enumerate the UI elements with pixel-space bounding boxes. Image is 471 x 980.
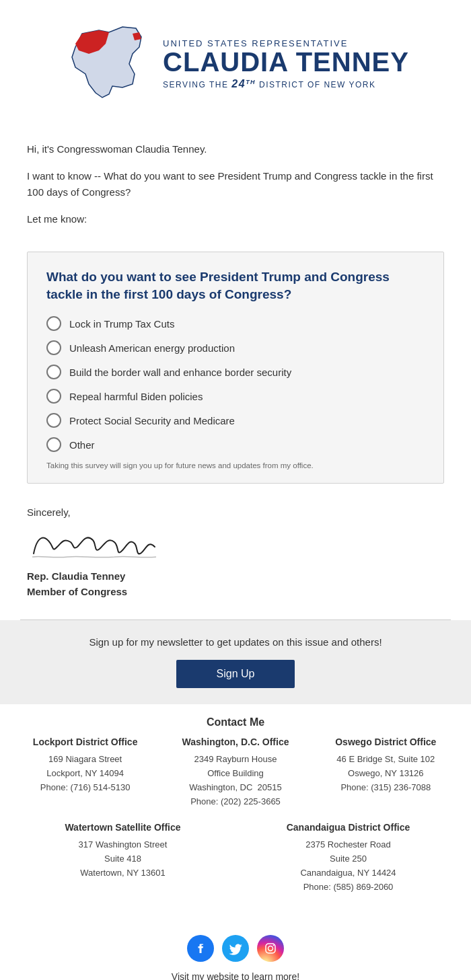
radio-option-5[interactable]: Protect Social Security and Medicare (46, 413, 425, 428)
radio-circle-5[interactable] (46, 413, 61, 428)
offices-row-1: Lockport District Office 169 Niagara Str… (13, 737, 458, 808)
page-header: UNITED STATES REPRESENTATIVE CLAUDIA TEN… (0, 0, 471, 121)
instagram-svg (264, 942, 277, 955)
facebook-icon[interactable] (187, 935, 214, 962)
radio-circle-3[interactable] (46, 365, 61, 379)
office-name-watertown: Watertown Satellite Office (13, 822, 232, 833)
header-text-block: UNITED STATES REPRESENTATIVE CLAUDIA TEN… (163, 38, 409, 90)
office-oswego: Oswego District Office 46 E Bridge St, S… (314, 737, 458, 808)
social-icons (0, 935, 471, 962)
office-lockport: Lockport District Office 169 Niagara Str… (13, 737, 157, 808)
office-canandaigua: Canandaigua District Office 2375 Rochest… (239, 822, 458, 894)
radio-label-4: Repeal harmful Biden policies (69, 391, 203, 402)
radio-circle-1[interactable] (46, 316, 61, 331)
radio-circle-4[interactable] (46, 389, 61, 404)
header-name-first: CLAUDIA (163, 47, 288, 77)
instagram-icon[interactable] (257, 935, 284, 962)
radio-option-1[interactable]: Lock in Trump Tax Cuts (46, 316, 425, 331)
radio-label-2: Unleash American energy production (69, 342, 235, 354)
office-addr-dc: 2349 Rayburn HouseOffice BuildingWashing… (164, 753, 307, 808)
newsletter-section: Sign up for my newsletter to get updates… (0, 620, 471, 704)
office-addr-oswego: 46 E Bridge St, Suite 102Oswego, NY 1312… (314, 753, 458, 794)
twitter-svg (229, 942, 242, 955)
radio-circle-6[interactable] (46, 437, 61, 452)
header-name: CLAUDIA TENNEY (163, 48, 409, 75)
ny-state-logo (62, 20, 156, 108)
footer-visit-text: Visit my website to learn more! (0, 971, 471, 980)
office-name-lockport: Lockport District Office (13, 737, 157, 747)
radio-option-6[interactable]: Other (46, 437, 425, 452)
radio-label-3: Build the border wall and enhance border… (69, 367, 291, 378)
district-sup: TH (246, 79, 256, 85)
svg-point-5 (273, 944, 275, 946)
office-name-dc: Washington, D.C. Office (164, 737, 307, 747)
office-addr-lockport: 169 Niagara StreetLockport, NY 14094Phon… (13, 753, 157, 794)
radio-circle-2[interactable] (46, 340, 61, 355)
office-name-oswego: Oswego District Office (314, 737, 458, 747)
radio-option-2[interactable]: Unleash American energy production (46, 340, 425, 355)
header-name-last: TENNEY (296, 47, 409, 77)
offices-section: Lockport District Office 169 Niagara Str… (0, 737, 471, 921)
signature-svg (27, 523, 161, 564)
signup-button[interactable]: Sign Up (176, 660, 295, 688)
district-number: 24 (231, 78, 246, 89)
office-addr-canandaigua: 2375 Rochester RoadSuite 250Canandaigua,… (239, 838, 458, 894)
office-name-canandaigua: Canandaigua District Office (239, 822, 458, 833)
serving-text: SERVING THE (163, 80, 228, 89)
let-me-know: Let me know: (27, 211, 444, 227)
body-section: Hi, it's Congresswoman Claudia Tenney. I… (0, 121, 471, 252)
twitter-icon[interactable] (222, 935, 249, 962)
survey-question: What do you want to see President Trump … (46, 268, 425, 303)
paragraph1: I want to know -- What do you want to se… (27, 168, 444, 200)
sincerely-text: Sincerely, (27, 506, 444, 518)
office-addr-watertown: 317 Washington StreetSuite 418Watertown,… (13, 838, 232, 880)
radio-option-3[interactable]: Build the border wall and enhance border… (46, 365, 425, 379)
offices-row-2: Watertown Satellite Office 317 Washingto… (13, 822, 458, 894)
social-footer: Visit my website to learn more! tenney.h… (0, 921, 471, 980)
district-suffix: DISTRICT OF NEW YORK (259, 80, 376, 89)
radio-option-4[interactable]: Repeal harmful Biden policies (46, 389, 425, 404)
radio-label-1: Lock in Trump Tax Cuts (69, 318, 174, 330)
survey-note: Taking this survey will sign you up for … (46, 461, 425, 469)
facebook-svg (194, 942, 207, 955)
office-dc: Washington, D.C. Office 2349 Rayburn Hou… (164, 737, 307, 808)
header-sub-line: SERVING THE 24TH DISTRICT OF NEW YORK (163, 78, 409, 90)
greeting-text: Hi, it's Congresswoman Claudia Tenney. (27, 141, 444, 157)
rep-name: Rep. Claudia Tenney Member of Congress (27, 569, 444, 599)
radio-label-6: Other (69, 439, 95, 451)
office-watertown: Watertown Satellite Office 317 Washingto… (13, 822, 232, 894)
newsletter-text: Sign up for my newsletter to get updates… (13, 636, 458, 648)
signature-section: Sincerely, Rep. Claudia Tenney Member of… (0, 500, 471, 619)
contact-heading: Contact Me (0, 704, 471, 737)
survey-box: What do you want to see President Trump … (27, 252, 444, 484)
radio-label-5: Protect Social Security and Medicare (69, 415, 235, 426)
svg-point-4 (268, 946, 273, 950)
